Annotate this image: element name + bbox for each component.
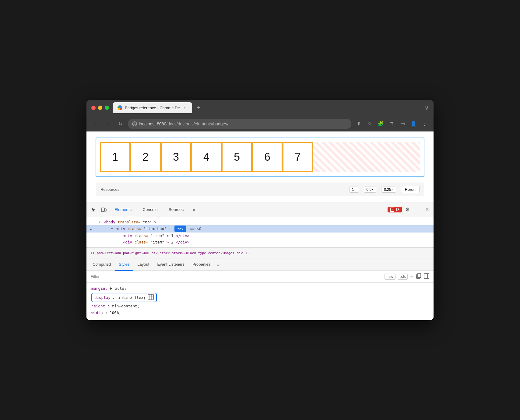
resources-label: Resources [100, 187, 119, 192]
profile-icon[interactable]: 👤 [409, 120, 418, 128]
tab-close-button[interactable]: × [182, 105, 187, 110]
dollar-zero-indicator: == $0 [190, 226, 202, 231]
tab-layout[interactable]: Layout [134, 259, 153, 271]
tab-bar: Badges reference - Chrome De × + [113, 102, 421, 113]
tab-sources[interactable]: Sources [164, 203, 189, 217]
dom-attr-translate-value: "no" [143, 220, 152, 224]
tabs-overflow-button[interactable]: » [190, 205, 198, 214]
page-viewport: 1 2 3 4 5 6 7 Resources 1× 0.5× 0.25× Re… [86, 131, 434, 202]
settings-icon[interactable]: ⚙ [403, 205, 412, 214]
svg-rect-5 [424, 274, 429, 278]
url-bar[interactable]: ⓘ localhost:8080/docs/devtools/elements/… [128, 119, 351, 129]
css-expand-icon[interactable] [110, 287, 112, 290]
more-options-icon[interactable]: ⋮ [420, 120, 429, 128]
close-devtools-button[interactable]: ✕ [423, 205, 431, 214]
tab-properties[interactable]: Properties [189, 259, 214, 271]
devtools-experiment-icon[interactable]: ⚗ [387, 120, 396, 128]
svg-rect-4 [417, 274, 421, 278]
css-width-prop: width [91, 310, 103, 315]
dom-breadcrumb: ll.pad-left-400.pad-right-400 div.stack.… [86, 247, 434, 258]
copy-element-icon[interactable] [416, 273, 421, 280]
devtools-panel: Elements Console Sources » ✕ 13 ⚙ ⋮ ✕ ▾ … [86, 202, 434, 320]
tab-computed[interactable]: Computed [89, 259, 114, 271]
url-text: localhost:8080/docs/devtools/elements/ba… [139, 121, 228, 126]
flex-item-1: 1 [100, 142, 130, 172]
tab-styles[interactable]: Styles [115, 259, 133, 271]
hov-button[interactable]: :hov [385, 274, 396, 280]
back-button[interactable]: ← [91, 119, 100, 128]
minimize-window-button[interactable] [98, 106, 102, 110]
tab-overflow-button[interactable]: ∨ [425, 104, 429, 111]
breadcrumb-item-2[interactable]: div.stack.stack--block.type.center-image… [152, 251, 234, 255]
bookmark-icon[interactable]: ☆ [365, 120, 374, 128]
address-bar: ← → ↻ ⓘ localhost:8080/docs/devtools/ele… [86, 116, 434, 131]
css-panel: margin: auto; display : inline-flex; [86, 283, 434, 320]
address-icons: ⬆ ☆ 🧩 ⚗ ▭ 👤 ⋮ [354, 120, 429, 128]
breadcrumb-item-1[interactable]: ll.pad-left-400.pad-right-400 [91, 251, 149, 255]
device-toolbar-icon[interactable] [99, 205, 108, 214]
more-options-icon[interactable]: ⋮ [413, 205, 421, 214]
tab-event-listeners[interactable]: Event Listeners [153, 259, 188, 271]
css-width-value: 100%; [110, 310, 121, 315]
maximize-window-button[interactable] [105, 106, 109, 110]
flex-item-4: 4 [191, 142, 222, 172]
display-grid-toggle[interactable] [148, 294, 154, 301]
breadcrumb-item-4[interactable]: i [245, 251, 247, 255]
active-tab[interactable]: Badges reference - Chrome De × [113, 102, 192, 113]
svg-rect-7 [148, 294, 153, 300]
toggle-sidebar-icon[interactable] [424, 273, 429, 280]
error-icon: ✕ [390, 208, 394, 212]
dom-dots: … [90, 226, 93, 231]
tab-title: Badges reference - Chrome De [125, 106, 180, 110]
dom-body-line: ▾ <body translate= "no" > [86, 219, 434, 225]
element-picker-icon[interactable] [89, 205, 98, 214]
security-icon: ⓘ [132, 121, 137, 126]
tab-console[interactable]: Console [138, 203, 163, 217]
dom-item1-line: <div class= "item" > 1 </div> [86, 233, 434, 239]
flex-container: 1 2 3 4 5 6 7 [100, 142, 420, 172]
rerun-button[interactable]: Rerun [401, 186, 420, 193]
traffic-lights [91, 106, 109, 110]
css-height-value: min-content; [112, 304, 139, 308]
flex-item-2: 2 [130, 142, 161, 172]
add-style-icon[interactable]: + [410, 273, 413, 280]
dom-item2-line: <div class= "item" > 2 </div> [86, 239, 434, 245]
reload-button[interactable]: ↻ [116, 119, 125, 128]
tab-favicon [118, 105, 122, 110]
css-margin-line: margin: auto; [91, 285, 429, 292]
error-count-badge: ✕ 13 [388, 207, 402, 212]
zoom-1x-button[interactable]: 1× [349, 187, 359, 193]
cls-button[interactable]: .cls [398, 274, 408, 280]
dom-div-flex-line[interactable]: … ▾ <div class= "flex-box" : flex == $0 [86, 225, 434, 233]
url-origin: localhost:8080 [139, 121, 166, 126]
flex-item-3: 3 [161, 142, 191, 172]
dom-attr-translate: translate= [118, 220, 140, 224]
dom-tree: ▾ <body translate= "no" > … ▾ <div class… [86, 217, 434, 247]
zoom-05x-button[interactable]: 0.5× [364, 187, 377, 193]
styles-tabs-overflow[interactable]: » [215, 262, 222, 267]
css-height-line: height : min-content; [91, 303, 429, 310]
dom-triangle-icon: ▾ [111, 226, 113, 231]
flex-item-5: 5 [222, 142, 252, 172]
tab-elements[interactable]: Elements [110, 203, 136, 217]
extensions-icon[interactable]: 🧩 [376, 120, 385, 128]
flex-badge[interactable]: flex [175, 226, 186, 232]
filter-label: Filter [91, 274, 100, 279]
flex-demo-area: 1 2 3 4 5 6 7 [96, 138, 424, 177]
close-window-button[interactable] [91, 106, 96, 110]
share-icon[interactable]: ⬆ [354, 120, 363, 128]
new-tab-button[interactable]: + [195, 103, 203, 112]
dom-triangle-icon: ▾ [99, 220, 101, 224]
breadcrumb-ellipsis: … [249, 251, 251, 255]
zoom-025x-button[interactable]: 0.25× [381, 187, 396, 193]
css-display-value: inline-flex; [118, 295, 146, 300]
error-count: 13 [395, 208, 399, 212]
flex-item-7: 7 [283, 142, 313, 172]
title-bar: Badges reference - Chrome De × + ∨ [86, 100, 434, 116]
breadcrumb-item-3[interactable]: div [237, 251, 243, 255]
forward-button[interactable]: → [104, 119, 113, 128]
reading-mode-icon[interactable]: ▭ [398, 120, 407, 128]
dom-tag-body: <body [104, 220, 115, 224]
css-width-line: width : 100%; [91, 310, 429, 317]
devtools-toolbar: Resources 1× 0.5× 0.25× Rerun [96, 183, 424, 196]
